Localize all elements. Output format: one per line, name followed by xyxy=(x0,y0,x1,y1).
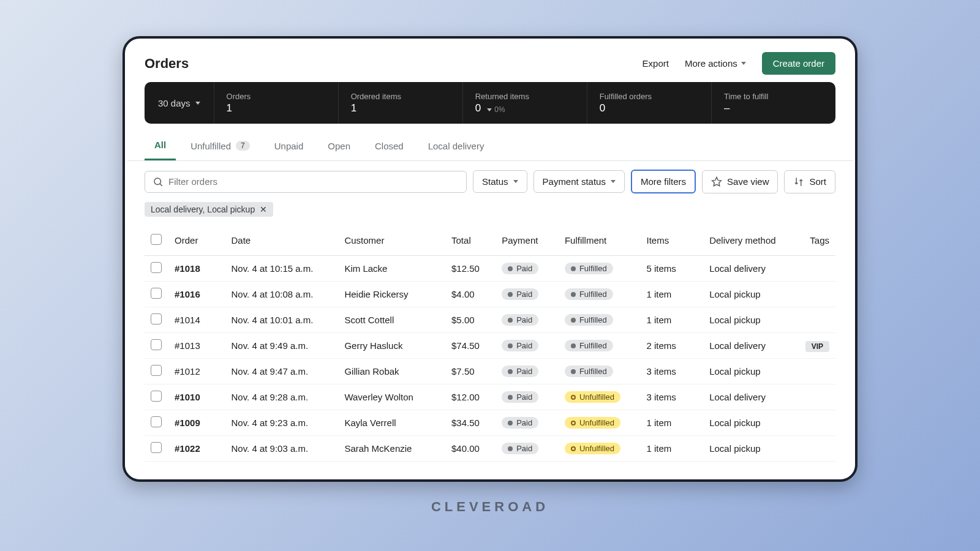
cell-total: $5.00 xyxy=(445,307,496,333)
stat-cell[interactable]: Returned items 00% xyxy=(463,82,587,124)
cell-customer: Heidie Rickersy xyxy=(338,282,445,307)
tag-badge: VIP xyxy=(805,341,829,352)
stat-value: 0 xyxy=(475,102,481,114)
row-checkbox[interactable] xyxy=(151,313,162,324)
cell-date: Nov. 4 at 9:28 a.m. xyxy=(225,384,338,410)
payment-pill: Paid xyxy=(502,443,538,454)
stat-label: Time to fulfill xyxy=(724,92,823,101)
cell-items: 5 items xyxy=(640,256,703,282)
col-items[interactable]: Items xyxy=(640,227,703,256)
tab-all[interactable]: All xyxy=(145,132,176,160)
stat-cell[interactable]: Ordered items 1 xyxy=(339,82,463,124)
status-filter[interactable]: Status xyxy=(473,170,527,193)
cell-date: Nov. 4 at 10:15 a.m. xyxy=(225,256,338,282)
cell-items: 1 item xyxy=(640,410,703,436)
close-icon[interactable]: ✕ xyxy=(260,204,267,214)
export-link[interactable]: Export xyxy=(643,58,669,69)
sort-button[interactable]: Sort xyxy=(784,170,835,193)
col-date[interactable]: Date xyxy=(225,227,338,256)
row-checkbox[interactable] xyxy=(151,416,162,427)
stat-cell[interactable]: Orders 1 xyxy=(214,82,339,124)
fulfillment-pill: Fulfilled xyxy=(565,340,613,351)
cell-items: 1 item xyxy=(640,436,703,462)
stat-cell[interactable]: Fulfilled orders 0 xyxy=(587,82,712,124)
status-dot-icon xyxy=(571,292,576,297)
stat-label: Fulfilled orders xyxy=(600,92,699,101)
row-checkbox[interactable] xyxy=(151,442,162,453)
table-row[interactable]: #1018 Nov. 4 at 10:15 a.m. Kim Lacke $12… xyxy=(145,256,835,282)
cell-order: #1013 xyxy=(168,333,225,359)
cell-delivery: Local delivery xyxy=(703,256,797,282)
period-selector[interactable]: 30 days xyxy=(145,82,214,124)
tab-unpaid[interactable]: Unpaid xyxy=(265,132,314,160)
cell-order: #1014 xyxy=(168,307,225,333)
col-customer[interactable]: Customer xyxy=(338,227,445,256)
tab-local-delivery[interactable]: Local delivery xyxy=(418,132,494,160)
cell-delivery: Local pickup xyxy=(703,436,797,462)
table-row[interactable]: #1014 Nov. 4 at 10:01 a.m. Scott Cottell… xyxy=(145,307,835,333)
create-order-button[interactable]: Create order xyxy=(762,52,835,75)
row-checkbox[interactable] xyxy=(151,391,162,402)
cell-total: $4.00 xyxy=(445,282,496,307)
filter-chip[interactable]: Local delivery, Local pickup ✕ xyxy=(145,202,273,217)
table-row[interactable]: #1012 Nov. 4 at 9:47 a.m. Gillian Robak … xyxy=(145,359,835,384)
tab-closed[interactable]: Closed xyxy=(365,132,413,160)
col-total[interactable]: Total xyxy=(445,227,496,256)
tab-unfulfilled[interactable]: Unfulfilled7 xyxy=(181,132,260,160)
stat-value: 1 xyxy=(351,102,356,114)
table-row[interactable]: #1013 Nov. 4 at 9:49 a.m. Gerry Hasluck … xyxy=(145,333,835,359)
cell-date: Nov. 4 at 9:03 a.m. xyxy=(225,436,338,462)
tab-count-badge: 7 xyxy=(236,141,250,151)
payment-status-filter-label: Payment status xyxy=(543,176,606,187)
table-row[interactable]: #1016 Nov. 4 at 10:08 a.m. Heidie Ricker… xyxy=(145,282,835,307)
col-fulfill[interactable]: Fulfillment xyxy=(559,227,641,256)
search-input[interactable] xyxy=(168,176,459,187)
row-checkbox[interactable] xyxy=(151,339,162,350)
cell-total: $34.50 xyxy=(445,410,496,436)
table-row[interactable]: #1022 Nov. 4 at 9:03 a.m. Sarah McKenzie… xyxy=(145,436,835,462)
row-checkbox[interactable] xyxy=(151,288,162,299)
more-actions-menu[interactable]: More actions xyxy=(685,58,746,69)
cell-order: #1010 xyxy=(168,384,225,410)
chevron-down-icon xyxy=(741,62,746,65)
page-header: Orders Export More actions Create order xyxy=(127,41,853,82)
table-row[interactable]: #1009 Nov. 4 at 9:23 a.m. Kayla Verrell … xyxy=(145,410,835,436)
table-row[interactable]: #1010 Nov. 4 at 9:28 a.m. Waverley Wolto… xyxy=(145,384,835,410)
col-payment[interactable]: Payment xyxy=(496,227,559,256)
fulfillment-pill: Fulfilled xyxy=(565,365,613,377)
cell-items: 3 items xyxy=(640,384,703,410)
status-dot-icon xyxy=(508,292,513,297)
payment-status-filter[interactable]: Payment status xyxy=(533,170,625,193)
tabs: AllUnfulfilled7UnpaidOpenClosedLocal del… xyxy=(127,132,853,161)
cell-date: Nov. 4 at 9:49 a.m. xyxy=(225,333,338,359)
col-tags[interactable]: Tags xyxy=(797,227,835,256)
cell-delivery: Local pickup xyxy=(703,359,797,384)
select-all-checkbox[interactable] xyxy=(151,234,162,245)
row-checkbox[interactable] xyxy=(151,365,162,376)
cell-customer: Gillian Robak xyxy=(338,359,445,384)
payment-pill: Paid xyxy=(502,417,538,429)
search-input-wrap[interactable] xyxy=(145,171,467,193)
payment-pill: Paid xyxy=(502,391,538,403)
cell-order: #1018 xyxy=(168,256,225,282)
stat-cell[interactable]: Time to fulfill – xyxy=(712,82,835,124)
stat-value: 1 xyxy=(227,102,232,114)
more-filters-button[interactable]: More filters xyxy=(631,170,696,193)
status-ring-icon xyxy=(571,446,576,451)
status-dot-icon xyxy=(571,343,576,348)
status-ring-icon xyxy=(571,395,576,400)
col-order[interactable]: Order xyxy=(168,227,225,256)
cell-date: Nov. 4 at 10:08 a.m. xyxy=(225,282,338,307)
status-dot-icon xyxy=(508,446,513,451)
col-delivery[interactable]: Delivery method xyxy=(703,227,797,256)
row-checkbox[interactable] xyxy=(151,262,162,273)
payment-pill: Paid xyxy=(502,263,538,274)
cell-items: 3 items xyxy=(640,359,703,384)
chevron-down-icon xyxy=(611,180,616,183)
search-icon xyxy=(153,176,164,187)
save-view-button[interactable]: Save view xyxy=(702,170,778,193)
cell-total: $12.00 xyxy=(445,384,496,410)
tab-open[interactable]: Open xyxy=(318,132,360,160)
cell-delivery: Local pickup xyxy=(703,410,797,436)
tab-label: Local delivery xyxy=(428,141,484,151)
